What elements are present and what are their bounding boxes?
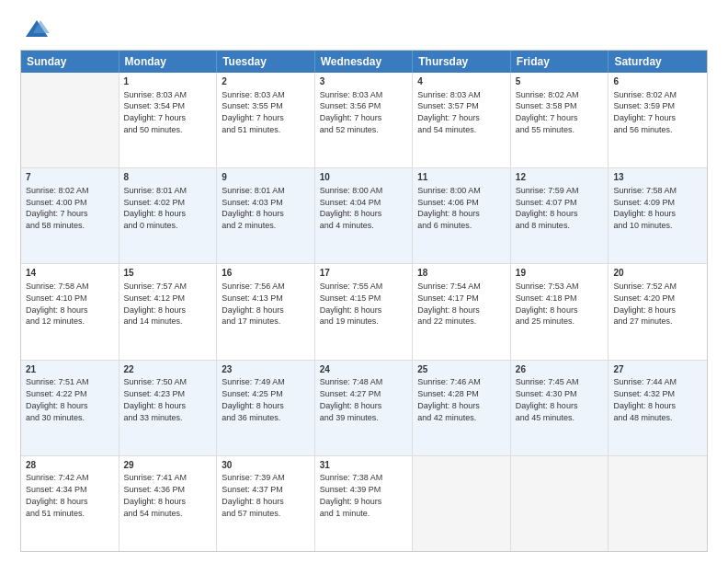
day-number: 12 [516,171,604,184]
calendar-cell: 25Sunrise: 7:46 AM Sunset: 4:28 PM Dayli… [413,361,511,455]
calendar-row: 7Sunrise: 8:02 AM Sunset: 4:00 PM Daylig… [21,168,707,264]
day-info: Sunrise: 8:03 AM Sunset: 3:57 PM Dayligh… [417,90,481,134]
day-info: Sunrise: 7:52 AM Sunset: 4:20 PM Dayligh… [613,282,677,326]
day-info: Sunrise: 8:03 AM Sunset: 3:55 PM Dayligh… [222,90,285,134]
day-number: 24 [320,363,408,376]
day-number: 29 [124,459,212,472]
day-number: 28 [26,459,114,472]
calendar-cell: 7Sunrise: 8:02 AM Sunset: 4:00 PM Daylig… [21,168,119,263]
calendar-cell: 22Sunrise: 7:50 AM Sunset: 4:23 PM Dayli… [119,361,218,455]
day-number: 25 [417,363,506,376]
calendar-cell: 26Sunrise: 7:45 AM Sunset: 4:30 PM Dayli… [511,361,609,455]
calendar-cell: 29Sunrise: 7:41 AM Sunset: 4:36 PM Dayli… [119,456,218,551]
day-info: Sunrise: 7:57 AM Sunset: 4:12 PM Dayligh… [124,282,188,326]
day-number: 19 [516,267,604,280]
day-number: 22 [124,363,212,376]
calendar-cell [413,456,511,551]
day-number: 23 [222,363,310,376]
day-info: Sunrise: 8:01 AM Sunset: 4:03 PM Dayligh… [222,186,285,230]
day-info: Sunrise: 8:02 AM Sunset: 4:00 PM Dayligh… [26,186,89,230]
day-number: 5 [516,75,604,88]
day-number: 8 [124,171,212,184]
day-info: Sunrise: 7:55 AM Sunset: 4:15 PM Dayligh… [320,282,383,326]
day-info: Sunrise: 7:42 AM Sunset: 4:34 PM Dayligh… [26,473,89,517]
day-info: Sunrise: 8:02 AM Sunset: 3:58 PM Dayligh… [516,90,579,134]
calendar-cell: 1Sunrise: 8:03 AM Sunset: 3:54 PM Daylig… [119,73,218,167]
day-number: 11 [417,171,506,184]
day-info: Sunrise: 7:58 AM Sunset: 4:10 PM Dayligh… [26,282,89,326]
calendar-cell: 11Sunrise: 8:00 AM Sunset: 4:06 PM Dayli… [413,168,511,263]
calendar-header-cell: Tuesday [217,51,315,73]
day-number: 4 [417,75,506,88]
calendar-cell: 18Sunrise: 7:54 AM Sunset: 4:17 PM Dayli… [413,264,511,359]
calendar-cell: 15Sunrise: 7:57 AM Sunset: 4:12 PM Dayli… [119,264,218,359]
calendar-cell: 17Sunrise: 7:55 AM Sunset: 4:15 PM Dayli… [315,264,414,359]
day-number: 1 [124,75,212,88]
calendar-cell: 30Sunrise: 7:39 AM Sunset: 4:37 PM Dayli… [217,456,315,551]
day-number: 6 [613,75,702,88]
calendar-row: 1Sunrise: 8:03 AM Sunset: 3:54 PM Daylig… [21,73,707,168]
day-info: Sunrise: 7:59 AM Sunset: 4:07 PM Dayligh… [516,186,579,230]
day-info: Sunrise: 8:03 AM Sunset: 3:54 PM Dayligh… [124,90,188,134]
logo [20,17,50,42]
calendar-cell: 3Sunrise: 8:03 AM Sunset: 3:56 PM Daylig… [315,73,414,167]
page: SundayMondayTuesdayWednesdayThursdayFrid… [0,0,728,563]
calendar-header-cell: Thursday [413,51,511,73]
calendar-row: 28Sunrise: 7:42 AM Sunset: 4:34 PM Dayli… [21,456,707,551]
day-number: 7 [26,171,114,184]
calendar-header-cell: Sunday [21,51,119,73]
calendar-cell: 31Sunrise: 7:38 AM Sunset: 4:39 PM Dayli… [315,456,414,551]
calendar-cell [609,456,707,551]
calendar-header-cell: Wednesday [315,51,414,73]
calendar-cell: 8Sunrise: 8:01 AM Sunset: 4:02 PM Daylig… [119,168,218,263]
day-info: Sunrise: 7:49 AM Sunset: 4:25 PM Dayligh… [222,377,285,421]
calendar-cell: 9Sunrise: 8:01 AM Sunset: 4:03 PM Daylig… [217,168,315,263]
day-info: Sunrise: 7:48 AM Sunset: 4:27 PM Dayligh… [320,377,383,421]
day-info: Sunrise: 7:41 AM Sunset: 4:36 PM Dayligh… [124,473,188,517]
day-info: Sunrise: 8:02 AM Sunset: 3:59 PM Dayligh… [613,90,677,134]
day-info: Sunrise: 7:56 AM Sunset: 4:13 PM Dayligh… [222,282,285,326]
calendar: SundayMondayTuesdayWednesdayThursdayFrid… [20,50,708,552]
day-number: 21 [26,363,114,376]
day-info: Sunrise: 7:53 AM Sunset: 4:18 PM Dayligh… [516,282,579,326]
day-number: 9 [222,171,310,184]
day-number: 10 [320,171,408,184]
day-info: Sunrise: 7:45 AM Sunset: 4:30 PM Dayligh… [516,377,579,421]
day-number: 26 [516,363,604,376]
calendar-cell: 23Sunrise: 7:49 AM Sunset: 4:25 PM Dayli… [217,361,315,455]
day-number: 18 [417,267,506,280]
day-number: 31 [320,459,408,472]
day-info: Sunrise: 8:03 AM Sunset: 3:56 PM Dayligh… [320,90,383,134]
calendar-cell: 27Sunrise: 7:44 AM Sunset: 4:32 PM Dayli… [609,361,707,455]
day-info: Sunrise: 7:39 AM Sunset: 4:37 PM Dayligh… [222,473,285,517]
calendar-cell: 24Sunrise: 7:48 AM Sunset: 4:27 PM Dayli… [315,361,414,455]
day-info: Sunrise: 7:46 AM Sunset: 4:28 PM Dayligh… [417,377,481,421]
calendar-cell: 21Sunrise: 7:51 AM Sunset: 4:22 PM Dayli… [21,361,119,455]
day-number: 16 [222,267,310,280]
header [20,17,708,42]
calendar-cell: 5Sunrise: 8:02 AM Sunset: 3:58 PM Daylig… [511,73,609,167]
calendar-cell [21,73,119,167]
calendar-header-cell: Saturday [609,51,707,73]
day-number: 27 [613,363,702,376]
calendar-cell: 4Sunrise: 8:03 AM Sunset: 3:57 PM Daylig… [413,73,511,167]
calendar-cell: 28Sunrise: 7:42 AM Sunset: 4:34 PM Dayli… [21,456,119,551]
calendar-cell [511,456,609,551]
day-info: Sunrise: 7:54 AM Sunset: 4:17 PM Dayligh… [417,282,481,326]
day-info: Sunrise: 7:58 AM Sunset: 4:09 PM Dayligh… [613,186,677,230]
day-number: 20 [613,267,702,280]
logo-icon [24,17,50,42]
calendar-row: 14Sunrise: 7:58 AM Sunset: 4:10 PM Dayli… [21,264,707,360]
calendar-cell: 13Sunrise: 7:58 AM Sunset: 4:09 PM Dayli… [609,168,707,263]
day-info: Sunrise: 8:00 AM Sunset: 4:04 PM Dayligh… [320,186,383,230]
day-info: Sunrise: 8:00 AM Sunset: 4:06 PM Dayligh… [417,186,481,230]
day-number: 17 [320,267,408,280]
calendar-cell: 10Sunrise: 8:00 AM Sunset: 4:04 PM Dayli… [315,168,414,263]
day-info: Sunrise: 7:50 AM Sunset: 4:23 PM Dayligh… [124,377,188,421]
day-number: 2 [222,75,310,88]
day-info: Sunrise: 8:01 AM Sunset: 4:02 PM Dayligh… [124,186,188,230]
calendar-cell: 14Sunrise: 7:58 AM Sunset: 4:10 PM Dayli… [21,264,119,359]
day-number: 3 [320,75,408,88]
calendar-cell: 20Sunrise: 7:52 AM Sunset: 4:20 PM Dayli… [609,264,707,359]
day-info: Sunrise: 7:38 AM Sunset: 4:39 PM Dayligh… [320,473,383,517]
